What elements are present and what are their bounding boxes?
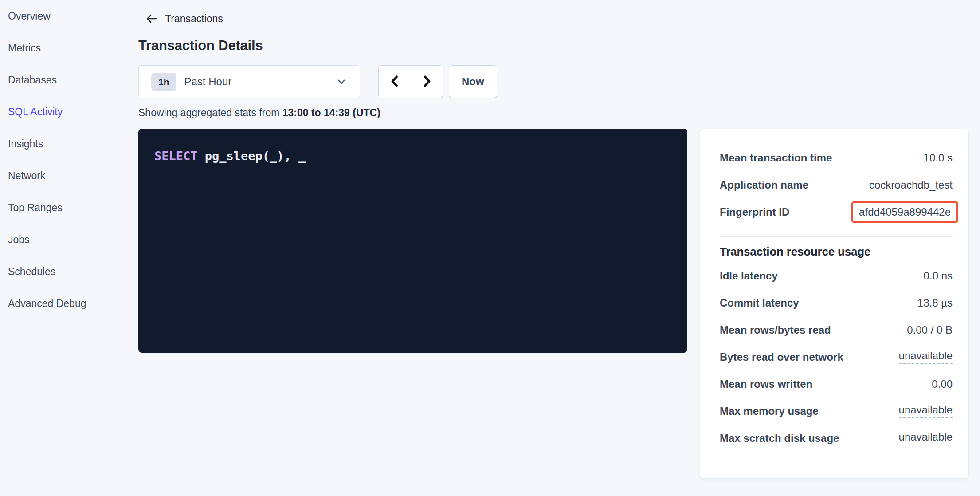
- resource-usage-heading: Transaction resource usage: [720, 245, 953, 259]
- resource-row: Max memory usageunavailable: [720, 398, 953, 425]
- row-label-application-name: Application name: [720, 179, 808, 191]
- chevron-down-icon: [336, 76, 347, 87]
- details-row: SELECT pg_sleep(_), _ Mean transaction t…: [138, 129, 969, 479]
- sidebar-item-insights[interactable]: Insights: [8, 128, 138, 160]
- row-label-mean-transaction-time: Mean transaction time: [720, 152, 832, 164]
- resource-row: Idle latency0.0 ns: [720, 262, 953, 289]
- sidebar-item-jobs[interactable]: Jobs: [8, 224, 138, 256]
- transaction-details-card: Mean transaction time10.0 sApplication n…: [700, 129, 969, 479]
- sidebar: OverviewMetricsDatabasesSQL ActivityInsi…: [0, 0, 138, 496]
- sql-statement: SELECT pg_sleep(_), _: [154, 149, 306, 163]
- row-value-max-scratch-disk-usage[interactable]: unavailable: [899, 431, 953, 445]
- row-label-mean-rows-written: Mean rows written: [720, 378, 812, 390]
- sidebar-item-overview[interactable]: Overview: [8, 0, 138, 32]
- row-value-mean-rows-bytes-read: 0.00 / 0 B: [907, 324, 953, 336]
- row-label-bytes-read-over-network: Bytes read over network: [720, 351, 843, 363]
- back-arrow-icon[interactable]: [145, 12, 158, 25]
- fingerprint-id-value: afdd4059a899442e: [851, 201, 958, 223]
- sidebar-item-sql-activity[interactable]: SQL Activity: [8, 96, 138, 128]
- resource-row: Max scratch disk usageunavailable: [720, 425, 953, 452]
- sql-keyword: SELECT: [154, 149, 198, 163]
- row-label-commit-latency: Commit latency: [720, 297, 799, 309]
- sidebar-item-advanced-debug[interactable]: Advanced Debug: [8, 287, 138, 319]
- sidebar-item-network[interactable]: Network: [8, 160, 138, 192]
- resource-row: Mean rows/bytes read0.00 / 0 B: [720, 316, 953, 343]
- breadcrumb: Transactions: [138, 0, 969, 25]
- row-value-commit-latency: 13.8 µs: [917, 297, 953, 309]
- resource-row: Commit latency13.8 µs: [720, 289, 953, 316]
- now-button[interactable]: Now: [449, 65, 497, 98]
- chevron-right-icon: [420, 74, 434, 90]
- divider: [720, 236, 953, 237]
- resource-row: Bytes read over networkunavailable: [720, 343, 953, 370]
- sidebar-item-schedules[interactable]: Schedules: [8, 256, 138, 287]
- row-label-max-memory-usage: Max memory usage: [720, 405, 819, 417]
- sidebar-item-databases[interactable]: Databases: [8, 64, 138, 96]
- row-value-idle-latency: 0.0 ns: [924, 270, 953, 282]
- summary-row: Fingerprint IDafdd4059a899442e: [720, 198, 953, 225]
- main-content: Transactions Transaction Details 1h Past…: [138, 0, 980, 496]
- row-value-max-memory-usage[interactable]: unavailable: [899, 404, 953, 418]
- time-pager: [378, 65, 443, 98]
- time-range-selected: Past Hour: [184, 75, 232, 88]
- chevron-left-icon: [388, 74, 401, 90]
- row-value-application-name: cockroachdb_test: [869, 179, 953, 191]
- summary-prefix: Showing aggregated stats from: [138, 107, 282, 118]
- time-range-dropdown[interactable]: 1h Past Hour: [138, 65, 360, 98]
- row-value-bytes-read-over-network[interactable]: unavailable: [899, 350, 953, 364]
- next-time-button[interactable]: [411, 66, 443, 98]
- time-summary: Showing aggregated stats from 13:00 to 1…: [138, 107, 969, 119]
- row-label-fingerprint-id: Fingerprint ID: [720, 206, 789, 218]
- row-label-idle-latency: Idle latency: [720, 270, 778, 282]
- sidebar-item-top-ranges[interactable]: Top Ranges: [8, 192, 138, 224]
- resource-rows: Idle latency0.0 nsCommit latency13.8 µsM…: [720, 262, 953, 452]
- summary-row: Mean transaction time10.0 s: [720, 144, 953, 171]
- summary-range: 13:00 to 14:39 (UTC): [282, 107, 380, 118]
- summary-row: Application namecockroachdb_test: [720, 171, 953, 198]
- time-range-badge: 1h: [151, 73, 176, 91]
- row-value-mean-transaction-time: 10.0 s: [924, 152, 953, 164]
- breadcrumb-link[interactable]: Transactions: [165, 13, 223, 25]
- sql-statement-box: SELECT pg_sleep(_), _: [138, 129, 687, 353]
- page-title: Transaction Details: [138, 37, 969, 55]
- sql-text: pg_sleep(_), _: [198, 149, 306, 163]
- time-controls: 1h Past Hour: [138, 65, 969, 98]
- row-value-mean-rows-written: 0.00: [932, 378, 953, 390]
- resource-row: Mean rows written0.00: [720, 370, 953, 398]
- row-label-mean-rows-bytes-read: Mean rows/bytes read: [720, 324, 831, 336]
- row-label-max-scratch-disk-usage: Max scratch disk usage: [720, 432, 839, 445]
- summary-rows: Mean transaction time10.0 sApplication n…: [720, 144, 953, 225]
- app-root: OverviewMetricsDatabasesSQL ActivityInsi…: [0, 0, 980, 496]
- prev-time-button[interactable]: [379, 66, 411, 98]
- sidebar-item-metrics[interactable]: Metrics: [8, 32, 138, 64]
